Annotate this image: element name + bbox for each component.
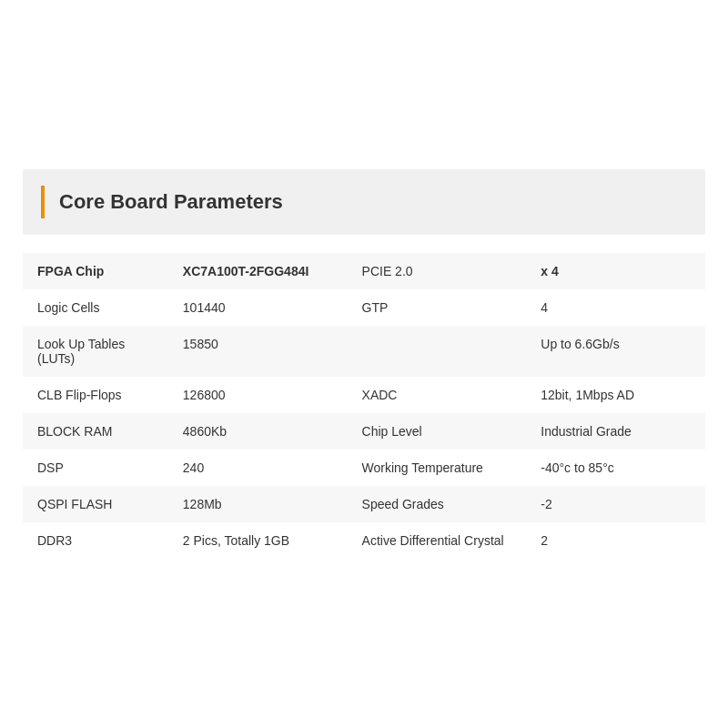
param-label-1: FPGA Chip <box>23 253 168 289</box>
params-table: FPGA ChipXC7A100T-2FGG484IPCIE 2.0x 4Log… <box>23 253 705 559</box>
param-label-1: Look Up Tables (LUTs) <box>23 326 168 377</box>
param-label-2: GTP <box>348 289 527 326</box>
param-label-2: Speed Grades <box>348 486 527 522</box>
param-label-1: DDR3 <box>23 522 168 559</box>
table-row: Look Up Tables (LUTs)15850Up to 6.6Gb/s <box>23 326 705 377</box>
page-container: Core Board Parameters FPGA ChipXC7A100T-… <box>23 169 705 559</box>
param-value-2: x 4 <box>526 253 705 289</box>
table-row: QSPI FLASH128MbSpeed Grades-2 <box>23 486 705 522</box>
section-header-accent-bar <box>41 186 45 218</box>
table-row: FPGA ChipXC7A100T-2FGG484IPCIE 2.0x 4 <box>23 253 705 289</box>
param-value-2: -40°c to 85°c <box>526 450 705 486</box>
param-value-1: 240 <box>168 450 348 486</box>
table-row: CLB Flip-Flops126800XADC12bit, 1Mbps AD <box>23 377 705 413</box>
param-value-1: XC7A100T-2FGG484I <box>168 253 348 289</box>
param-value-2: 4 <box>526 289 705 326</box>
param-label-2: PCIE 2.0 <box>348 253 527 289</box>
section-header: Core Board Parameters <box>23 169 705 235</box>
table-row: DDR32 Pics, Totally 1GBActive Differenti… <box>23 522 705 559</box>
param-label-1: QSPI FLASH <box>23 486 168 522</box>
param-label-2: Active Differential Crystal <box>348 522 527 559</box>
param-label-2: Chip Level <box>348 413 527 450</box>
param-label-2: XADC <box>348 377 527 413</box>
param-label-1: CLB Flip-Flops <box>23 377 168 413</box>
table-row: DSP240Working Temperature-40°c to 85°c <box>23 450 705 486</box>
table-row: Logic Cells101440GTP4 <box>23 289 705 326</box>
param-value-2: -2 <box>526 486 705 522</box>
param-label-2 <box>348 326 527 377</box>
section-title: Core Board Parameters <box>59 190 283 214</box>
param-value-1: 128Mb <box>168 486 348 522</box>
param-value-2: Up to 6.6Gb/s <box>526 326 705 377</box>
param-value-2: Industrial Grade <box>526 413 705 450</box>
param-label-1: BLOCK RAM <box>23 413 168 450</box>
param-label-2: Working Temperature <box>348 450 527 486</box>
param-value-2: 12bit, 1Mbps AD <box>526 377 705 413</box>
param-label-1: Logic Cells <box>23 289 168 326</box>
param-value-1: 4860Kb <box>168 413 348 450</box>
param-value-2: 2 <box>526 522 705 559</box>
table-row: BLOCK RAM4860KbChip LevelIndustrial Grad… <box>23 413 705 450</box>
param-value-1: 126800 <box>168 377 348 413</box>
param-value-1: 101440 <box>168 289 348 326</box>
param-value-1: 15850 <box>168 326 348 377</box>
param-label-1: DSP <box>23 450 168 486</box>
param-value-1: 2 Pics, Totally 1GB <box>168 522 348 559</box>
